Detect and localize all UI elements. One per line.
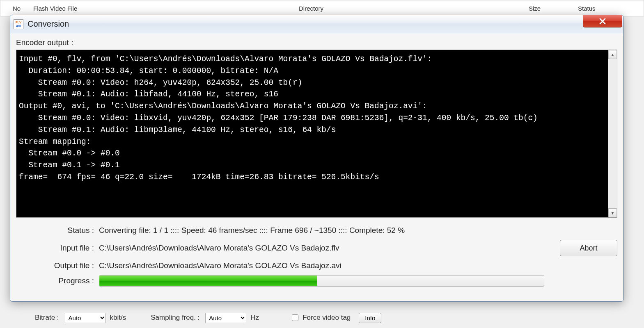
progress-bar (99, 275, 544, 287)
force-video-tag-label: Force video tag (303, 314, 351, 322)
conversion-dialog: FLVAVI Conversion Encoder output : Input… (10, 15, 623, 302)
input-file-label: Input file : (16, 244, 94, 253)
col-flash-video-file[interactable]: Flash Video File (25, 5, 291, 12)
window-title: Conversion (28, 19, 69, 29)
background-table-header: No Flash Video File Directory Size Statu… (0, 0, 644, 16)
info-button[interactable]: Info (359, 313, 381, 323)
scrollbar-down-arrow-icon[interactable]: ▼ (608, 208, 617, 217)
status-label: Status : (16, 226, 94, 235)
col-no[interactable]: No (5, 5, 25, 12)
encoder-output-label: Encoder output : (16, 38, 617, 47)
close-icon (599, 18, 606, 25)
titlebar[interactable]: FLVAVI Conversion (10, 15, 623, 33)
sampling-unit: Hz (250, 314, 259, 322)
close-button[interactable] (583, 15, 622, 27)
console-container: Input #0, flv, from 'C:\Users\Andrés\Dow… (16, 50, 617, 218)
progress-fill (99, 276, 317, 286)
dialog-body: Encoder output : Input #0, flv, from 'C:… (10, 33, 623, 301)
abort-button[interactable]: Abort (560, 240, 617, 256)
bitrate-unit: kbit/s (110, 314, 126, 322)
encoder-output-console[interactable]: Input #0, flv, from 'C:\Users\Andrés\Dow… (16, 50, 608, 217)
sampling-label: Sampling freq. : (151, 314, 199, 322)
col-size[interactable]: Size (520, 5, 570, 12)
progress-label: Progress : (16, 276, 94, 285)
background-bottom-toolbar: Bitrate : Auto kbit/s Sampling freq. : A… (0, 308, 644, 328)
bitrate-select[interactable]: Auto (65, 313, 106, 323)
console-scrollbar[interactable]: ▲ ▼ (608, 50, 617, 217)
force-video-tag-checkbox[interactable] (292, 314, 298, 321)
status-value: Converting file: 1 / 1 :::: Speed: 46 fr… (99, 226, 617, 235)
scrollbar-track[interactable] (608, 59, 617, 208)
sampling-select[interactable]: Auto (205, 313, 246, 323)
output-file-label: Output file : (16, 261, 94, 270)
info-rows: Status : Converting file: 1 / 1 :::: Spe… (16, 226, 617, 287)
scrollbar-up-arrow-icon[interactable]: ▲ (608, 50, 617, 59)
col-status[interactable]: Status (570, 5, 639, 12)
col-directory[interactable]: Directory (291, 5, 520, 12)
app-icon: FLVAVI (14, 19, 23, 29)
bitrate-label: Bitrate : (35, 314, 59, 322)
output-file-value: C:\Users\Andrés\Downloads\Alvaro Morata'… (99, 261, 617, 270)
input-file-value: C:\Users\Andrés\Downloads\Alvaro Morata'… (99, 244, 547, 253)
